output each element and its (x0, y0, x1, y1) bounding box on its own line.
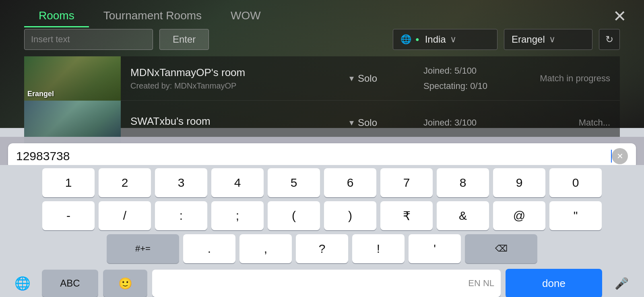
key-semicolon[interactable]: ; (211, 201, 264, 230)
key-quote[interactable]: " (549, 201, 602, 230)
globe-icon: 🌐 (400, 34, 411, 45)
region-chevron-icon: ∨ (450, 34, 456, 45)
keyboard-bottom-row: 🌐 ABC 🙂 EN NL done 🎤 (0, 267, 644, 297)
refresh-icon: ↻ (605, 34, 613, 45)
enter-button[interactable]: Enter (159, 29, 209, 50)
key-3[interactable]: 3 (155, 168, 207, 197)
clear-icon: ✕ (617, 151, 623, 161)
room-mode: ▾ Solo (349, 73, 414, 84)
table-row[interactable]: Erangel MDNxTanmayOP's room Created by: … (24, 56, 620, 101)
abc-key[interactable]: ABC (42, 270, 98, 297)
solo-icon: ▾ (349, 73, 354, 84)
tab-wow[interactable]: WOW (216, 5, 275, 27)
key-close-paren[interactable]: ) (324, 201, 376, 230)
key-exclamation[interactable]: ! (352, 234, 405, 263)
keyboard: 1 2 3 4 5 6 7 8 9 0 - / : ; ( ) ₹ & @ " … (0, 165, 644, 297)
key-apostrophe[interactable]: ' (409, 234, 461, 263)
backspace-key[interactable]: ⌫ (465, 234, 537, 263)
key-slash[interactable]: / (99, 201, 151, 230)
key-symbols-toggle[interactable]: #+= (107, 234, 179, 263)
room-info: SWATxbu's room (130, 115, 340, 130)
room-stats: Joined: 5/100 Spectating: 0/10 (423, 63, 512, 93)
key-2[interactable]: 2 (99, 168, 151, 197)
spacebar-key[interactable]: EN NL (152, 270, 501, 297)
refresh-button[interactable]: ↻ (599, 29, 620, 50)
globe-key[interactable]: 🌐 (8, 270, 37, 297)
map-chevron-icon: ∨ (549, 34, 555, 45)
key-open-paren[interactable]: ( (268, 201, 320, 230)
region-dot: ● (415, 36, 419, 43)
room-stats: Joined: 3/100 (423, 115, 512, 130)
tabs-bar: Rooms Tournament Rooms WOW (24, 0, 275, 27)
key-8[interactable]: 8 (437, 168, 489, 197)
mic-key[interactable]: 🎤 (607, 270, 636, 297)
key-7[interactable]: 7 (380, 168, 433, 197)
key-5[interactable]: 5 (268, 168, 320, 197)
key-1[interactable]: 1 (42, 168, 95, 197)
keyboard-row-1: 1 2 3 4 5 6 7 8 9 0 (0, 168, 644, 197)
done-key[interactable]: done (506, 269, 602, 297)
key-period[interactable]: . (183, 234, 235, 263)
room-thumbnail: Erangel (24, 56, 121, 101)
clear-input-button[interactable]: ✕ (612, 148, 628, 164)
emoji-key[interactable]: 🙂 (103, 270, 147, 297)
close-button[interactable]: ✕ (608, 4, 632, 28)
room-status: Match... (522, 118, 610, 128)
search-row: Insert text Enter 🌐 ● India ∨ Erangel ∨ … (24, 29, 620, 50)
key-question[interactable]: ? (296, 234, 348, 263)
room-status: Match in progress (522, 73, 610, 84)
key-comma[interactable]: , (239, 234, 292, 263)
room-mode: ▾ Solo (349, 117, 414, 128)
room-info: MDNxTanmayOP's room Created by: MDNxTanm… (130, 66, 340, 91)
tab-tournament-rooms[interactable]: Tournament Rooms (89, 5, 216, 27)
key-at[interactable]: @ (493, 201, 545, 230)
search-input[interactable]: Insert text (24, 29, 153, 50)
keyboard-row-3: #+= . , ? ! ' ⌫ (0, 234, 644, 263)
key-9[interactable]: 9 (493, 168, 545, 197)
key-4[interactable]: 4 (211, 168, 264, 197)
key-dash[interactable]: - (42, 201, 95, 230)
region-select[interactable]: 🌐 ● India ∨ (393, 29, 497, 50)
tab-rooms[interactable]: Rooms (24, 5, 89, 27)
map-select[interactable]: Erangel ∨ (504, 29, 592, 50)
text-input-value: 12983738 (16, 149, 611, 163)
solo-icon: ▾ (349, 118, 354, 128)
keyboard-row-2: - / : ; ( ) ₹ & @ " (0, 201, 644, 230)
key-rupee[interactable]: ₹ (380, 201, 433, 230)
key-0[interactable]: 0 (549, 168, 602, 197)
room-list: Erangel MDNxTanmayOP's room Created by: … (24, 56, 620, 145)
key-ampersand[interactable]: & (437, 201, 489, 230)
key-6[interactable]: 6 (324, 168, 376, 197)
key-colon[interactable]: : (155, 201, 207, 230)
